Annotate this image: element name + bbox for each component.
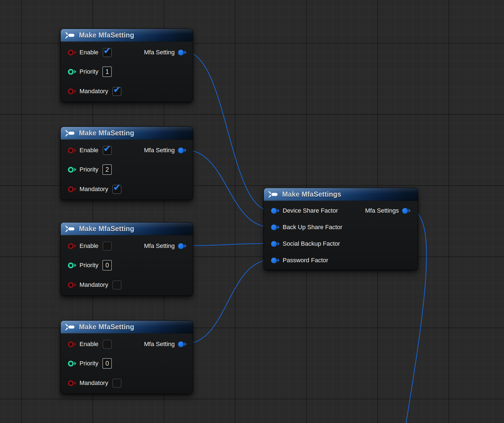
node-make-mfasetting-n1[interactable]: Make MfaSettingEnable✔Priority1Mandatory…	[60, 29, 193, 102]
wire-n4-mfa-setting[interactable]	[185, 260, 270, 344]
input-row-mandatory: Mandatory✔	[68, 280, 121, 290]
pin-circle	[68, 361, 74, 366]
node-make-mfasettings-n5[interactable]: Make MfaSettingsDevice Share FactorBack …	[264, 188, 418, 270]
checkmark-icon: ✔	[104, 144, 111, 153]
enable-checkbox[interactable]: ✔	[103, 146, 112, 155]
make-struct-icon	[65, 323, 75, 331]
output-row-mfa-setting: Mfa Setting	[144, 339, 186, 349]
input-row-mandatory: Mandatory✔	[68, 184, 121, 194]
mfa-setting-pin[interactable]	[178, 148, 186, 153]
pin-label-priority: Priority	[79, 262, 98, 269]
make-struct-icon	[65, 130, 75, 137]
mfa-setting-pin[interactable]	[178, 341, 186, 347]
enable-pin[interactable]	[68, 50, 76, 55]
pin-chevron-icon	[74, 70, 76, 74]
pin-label-mfa-settings: Mfa Settings	[365, 207, 399, 214]
enable-checkbox[interactable]: ✔	[103, 48, 112, 57]
input-row-enable: Enable✔	[68, 241, 112, 251]
priority-pin[interactable]	[68, 263, 76, 268]
back-up-share-factor-pin[interactable]	[271, 224, 279, 230]
node-make-mfasetting-n4[interactable]: Make MfaSettingEnable✔Priority0Mandatory…	[60, 320, 193, 394]
priority-input[interactable]: 1	[102, 66, 112, 77]
pin-chevron-icon	[184, 50, 187, 54]
pin-chevron-icon	[74, 342, 76, 346]
priority-input[interactable]: 0	[102, 358, 112, 369]
node-make-mfasetting-n2[interactable]: Make MfaSettingEnable✔Priority2Mandatory…	[60, 127, 193, 200]
priority-input[interactable]: 2	[102, 164, 112, 175]
pin-label-device-share-factor: Device Share Factor	[283, 207, 338, 214]
mandatory-checkbox[interactable]: ✔	[112, 280, 121, 290]
pin-circle	[178, 243, 184, 249]
make-struct-icon	[268, 191, 278, 198]
pin-chevron-icon	[277, 242, 280, 246]
pin-circle	[68, 50, 74, 55]
device-share-factor-pin[interactable]	[271, 208, 279, 214]
node-header[interactable]: Make MfaSetting	[61, 127, 193, 140]
make-struct-icon	[65, 225, 75, 232]
blueprint-graph-canvas[interactable]: Make MfaSettingEnable✔Priority1Mandatory…	[0, 0, 504, 423]
pin-circle	[68, 263, 74, 268]
mandatory-checkbox[interactable]: ✔	[112, 185, 121, 194]
checkmark-icon: ✔	[104, 46, 111, 55]
password-factor-pin[interactable]	[271, 258, 279, 263]
mandatory-pin[interactable]	[68, 282, 76, 288]
node-header[interactable]: Make MfaSetting	[61, 29, 193, 42]
priority-pin[interactable]	[68, 69, 76, 75]
mandatory-checkbox[interactable]: ✔	[112, 379, 121, 388]
pin-label-password-factor: Password Factor	[283, 257, 328, 264]
mandatory-pin[interactable]	[68, 380, 76, 386]
mfa-setting-pin[interactable]	[178, 50, 186, 55]
node-header[interactable]: Make MfaSetting	[61, 321, 193, 334]
enable-pin[interactable]	[68, 341, 76, 347]
pin-label-priority: Priority	[79, 360, 98, 367]
pin-label-mandatory: Mandatory	[79, 379, 108, 387]
mandatory-pin[interactable]	[68, 89, 76, 94]
wire-n1-mfa-setting[interactable]	[185, 52, 270, 210]
pin-circle	[68, 243, 74, 249]
pin-label-enable: Enable	[79, 341, 99, 348]
input-row-password-factor: Password Factor	[271, 256, 328, 265]
node-title: Make MfaSetting	[79, 225, 134, 233]
pin-chevron-icon	[74, 244, 76, 248]
enable-pin[interactable]	[68, 148, 76, 153]
input-row-enable: Enable✔	[68, 48, 112, 57]
priority-pin[interactable]	[68, 167, 76, 173]
pin-circle	[68, 282, 74, 288]
priority-pin[interactable]	[68, 361, 76, 366]
social-backup-factor-pin[interactable]	[271, 241, 279, 247]
pin-circle	[271, 208, 277, 214]
pin-circle	[68, 148, 74, 153]
priority-input[interactable]: 0	[102, 260, 112, 271]
enable-checkbox[interactable]: ✔	[103, 340, 112, 349]
pin-label-mfa-setting: Mfa Setting	[144, 341, 175, 348]
mandatory-pin[interactable]	[68, 186, 76, 192]
pin-circle	[178, 50, 184, 55]
mfa-setting-pin[interactable]	[178, 243, 186, 249]
output-row-mfa-setting: Mfa Setting	[144, 241, 186, 251]
pin-label-mandatory: Mandatory	[79, 281, 108, 288]
input-row-priority: Priority2	[68, 165, 112, 174]
input-row-social-backup-factor: Social Backup Factor	[271, 239, 340, 248]
node-title: Make MfaSettings	[282, 190, 341, 198]
pin-chevron-icon	[184, 148, 187, 152]
pin-chevron-icon	[74, 168, 76, 172]
enable-checkbox[interactable]: ✔	[103, 242, 112, 251]
pin-label-mfa-setting: Mfa Setting	[144, 242, 175, 250]
pin-label-back-up-share-factor: Back Up Share Factor	[283, 224, 342, 231]
node-header[interactable]: Make MfaSetting	[61, 223, 193, 235]
pin-circle	[68, 89, 74, 94]
mandatory-checkbox[interactable]: ✔	[112, 87, 121, 96]
pin-circle	[68, 69, 74, 75]
wire-n2-mfa-setting[interactable]	[185, 150, 270, 227]
pin-circle	[68, 341, 74, 347]
input-row-priority: Priority1	[68, 67, 112, 76]
pin-label-enable: Enable	[79, 242, 99, 250]
wire-n3-mfa-setting[interactable]	[185, 243, 270, 246]
node-header[interactable]: Make MfaSettings	[264, 188, 418, 201]
pin-label-mandatory: Mandatory	[79, 186, 108, 193]
mfa-settings-pin[interactable]	[402, 208, 410, 214]
pin-chevron-icon	[184, 244, 187, 248]
checkmark-icon: ✔	[113, 85, 121, 94]
node-make-mfasetting-n3[interactable]: Make MfaSettingEnable✔Priority0Mandatory…	[60, 222, 193, 296]
enable-pin[interactable]	[68, 243, 76, 249]
